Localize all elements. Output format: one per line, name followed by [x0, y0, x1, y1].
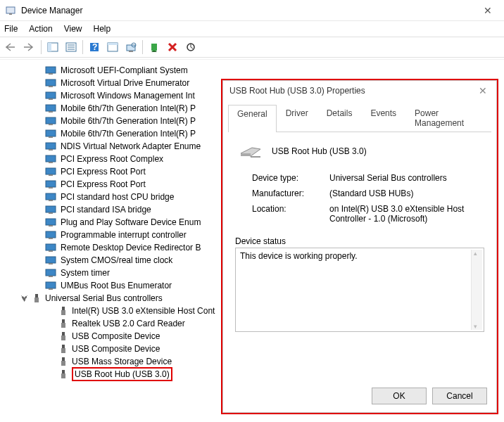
svg-rect-73 [35, 294, 38, 298]
tree-item-label: USB Composite Device [72, 331, 160, 341]
svg-rect-74 [34, 298, 39, 302]
tree-item-label: PCI Express Root Complex [61, 154, 163, 164]
enable-device-button[interactable] [146, 39, 163, 56]
svg-rect-27 [49, 98, 53, 100]
svg-rect-30 [49, 111, 53, 113]
row-location: Location: on Intel(R) USB 3.0 eXtensible… [252, 204, 484, 224]
svg-rect-42 [49, 162, 53, 163]
tree-item-label: UMBus Root Bus Enumerator [61, 281, 172, 290]
tree-item-label: USB Mass Storage Device [72, 357, 172, 366]
tree-item-label: USB Composite Device [72, 344, 160, 354]
tree-item-label: Mobile 6th/7th Generation Intel(R) P [61, 116, 196, 126]
device-icon [45, 218, 56, 226]
menu-help[interactable]: Help [94, 24, 111, 34]
tree-item-label: PCI standard host CPU bridge [61, 192, 174, 202]
device-icon [45, 117, 56, 125]
svg-rect-22 [46, 79, 56, 86]
device-icon [45, 193, 56, 201]
tree-item-label: Mobile 6th/7th Generation Intel(R) P [61, 129, 196, 139]
tree-item-label: Microsoft Virtual Drive Enumerator [61, 78, 189, 88]
tree-item-label: System CMOS/real time clock [61, 255, 172, 265]
tree-item[interactable]: Microsoft UEFI-Compliant System [28, 64, 504, 77]
svg-rect-46 [46, 181, 56, 187]
usb-icon [59, 306, 68, 316]
value-device-type: Universal Serial Bus controllers [329, 173, 484, 183]
app-icon [6, 5, 17, 16]
back-button[interactable] [3, 39, 20, 56]
usb-icon [59, 369, 68, 379]
tab-details[interactable]: Details [317, 104, 362, 132]
help-button[interactable]: ? [86, 39, 103, 56]
tree-item-label: Microsoft UEFI-Compliant System [61, 65, 188, 75]
device-status-group: Device status This device is working pro… [235, 236, 484, 332]
device-status-text: This device is working properly. [240, 251, 358, 261]
tree-item-label: Programmable interrupt controller [61, 230, 187, 240]
svg-rect-69 [49, 276, 53, 277]
usb-icon [32, 293, 41, 303]
device-icon [45, 142, 56, 151]
svg-rect-85 [62, 370, 65, 373]
tab-power-management[interactable]: Power Management [405, 104, 491, 132]
svg-rect-76 [61, 310, 65, 315]
svg-rect-55 [46, 219, 56, 225]
window-titlebar: Device Manager ✕ [0, 0, 504, 21]
properties-button[interactable] [63, 39, 80, 56]
svg-rect-0 [6, 7, 15, 13]
svg-rect-15 [151, 44, 157, 51]
svg-rect-61 [46, 244, 56, 250]
svg-rect-70 [46, 282, 56, 288]
svg-rect-21 [49, 73, 53, 75]
menu-action[interactable]: Action [29, 24, 52, 34]
row-device-type: Device type: Universal Serial Bus contro… [252, 173, 484, 183]
device-icon [45, 231, 56, 239]
device-icon [45, 269, 56, 277]
tree-item-label: PCI standard ISA bridge [61, 205, 151, 215]
svg-rect-39 [49, 149, 53, 151]
scrollbar[interactable] [471, 250, 482, 330]
scan-hardware-button[interactable] [122, 39, 139, 56]
forward-button[interactable] [21, 39, 38, 56]
svg-rect-72 [49, 288, 53, 290]
toolbar: ? [0, 37, 504, 58]
cancel-button[interactable]: Cancel [432, 388, 487, 404]
tree-item-label: PCI Express Root Port [61, 179, 146, 189]
svg-rect-40 [46, 155, 56, 162]
svg-rect-66 [49, 263, 53, 264]
ok-button[interactable]: OK [372, 388, 427, 404]
svg-rect-67 [46, 269, 56, 276]
device-status-legend: Device status [235, 236, 484, 246]
toolbar-separator [82, 40, 83, 54]
value-location: on Intel(R) USB 3.0 eXtensible Host Cont… [329, 204, 484, 224]
svg-rect-63 [49, 250, 53, 252]
properties-dialog: USB Root Hub (USB 3.0) Properties ✕ Gene… [221, 79, 498, 414]
tab-driver[interactable]: Driver [277, 104, 317, 132]
dialog-title: USB Root Hub (USB 3.0) Properties [229, 86, 476, 96]
uninstall-device-button[interactable] [164, 39, 181, 56]
device-icon [45, 281, 56, 290]
toolbar-separator [41, 40, 42, 54]
menu-view[interactable]: View [64, 24, 82, 34]
svg-rect-54 [49, 212, 53, 214]
svg-rect-11 [108, 43, 118, 45]
dialog-titlebar: USB Root Hub (USB 3.0) Properties ✕ [222, 80, 497, 101]
usb-icon [59, 357, 68, 366]
label-manufacturer: Manufacturer: [252, 188, 329, 198]
device-icon [45, 79, 56, 87]
tab-general[interactable]: General [228, 105, 277, 132]
svg-rect-82 [61, 348, 65, 353]
dialog-close-button[interactable]: ✕ [476, 85, 490, 96]
svg-rect-60 [49, 238, 53, 239]
tab-events[interactable]: Events [361, 104, 405, 132]
tree-item-label: System timer [61, 268, 110, 278]
update-driver-button[interactable] [182, 39, 199, 56]
chevron-down-icon[interactable]: ⮟ [21, 295, 30, 302]
menu-file[interactable]: File [4, 24, 18, 34]
menubar: File Action View Help [0, 21, 504, 37]
action-button[interactable] [104, 39, 121, 56]
svg-rect-81 [62, 345, 65, 348]
usb-icon [59, 319, 68, 328]
show-hide-tree-button[interactable] [44, 39, 61, 56]
svg-rect-80 [61, 335, 65, 340]
tree-item-label: Universal Serial Bus controllers [45, 293, 163, 303]
window-close-button[interactable]: ✕ [477, 5, 498, 16]
